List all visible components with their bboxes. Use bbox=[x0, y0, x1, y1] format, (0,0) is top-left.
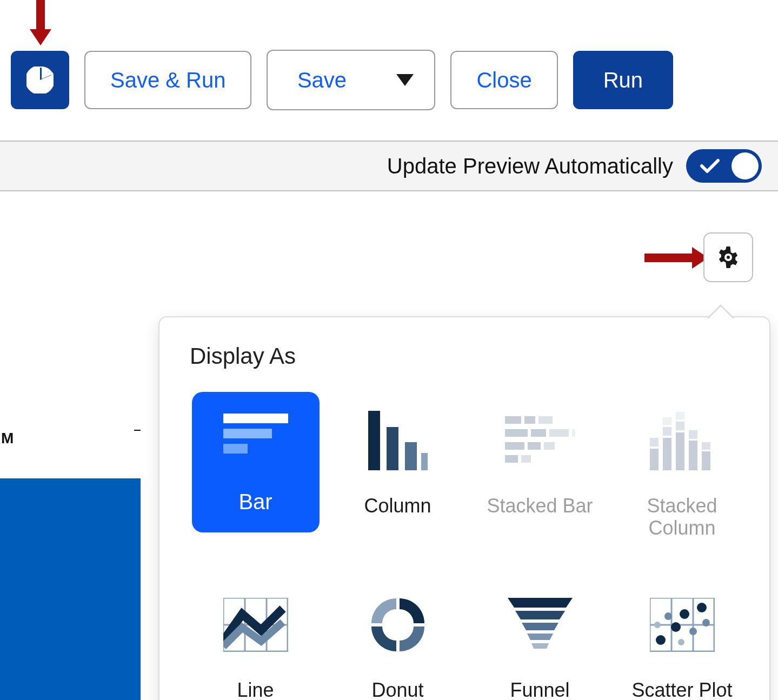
line-icon bbox=[199, 576, 312, 674]
svg-rect-29 bbox=[689, 430, 697, 439]
close-label: Close bbox=[476, 68, 531, 92]
svg-rect-15 bbox=[505, 442, 524, 450]
svg-rect-10 bbox=[538, 416, 553, 424]
chart-option-bar[interactable]: Bar bbox=[190, 388, 321, 539]
stacked-bar-icon bbox=[483, 392, 597, 489]
svg-rect-14 bbox=[572, 429, 575, 437]
display-as-popover: Display As Bar bbox=[158, 316, 770, 700]
pie-icon bbox=[26, 66, 54, 94]
save-menu-button[interactable] bbox=[376, 51, 434, 109]
chart-option-stacked-bar[interactable]: Stacked Bar bbox=[474, 388, 606, 539]
svg-point-68 bbox=[671, 622, 681, 632]
save-and-run-button[interactable]: Save & Run bbox=[84, 51, 251, 109]
chart-preview-button[interactable] bbox=[11, 51, 69, 109]
chart-option-donut[interactable]: Donut bbox=[332, 572, 463, 700]
svg-rect-1 bbox=[223, 414, 288, 423]
chart-option-label: Stacked Bar bbox=[487, 495, 593, 517]
chart-settings-button[interactable] bbox=[703, 232, 753, 282]
svg-point-72 bbox=[689, 628, 697, 635]
bar-icon: Bar bbox=[192, 392, 320, 532]
chart-option-funnel[interactable]: Funnel bbox=[474, 572, 606, 700]
donut-icon bbox=[341, 576, 455, 674]
svg-rect-21 bbox=[650, 438, 659, 446]
svg-rect-8 bbox=[505, 416, 521, 424]
check-icon bbox=[700, 158, 720, 174]
auto-update-label: Update Preview Automatically bbox=[387, 154, 673, 178]
svg-point-67 bbox=[656, 635, 666, 645]
svg-rect-16 bbox=[528, 442, 541, 450]
svg-point-73 bbox=[702, 619, 710, 626]
chart-option-label: Funnel bbox=[510, 679, 569, 700]
axis-tick: M bbox=[0, 432, 141, 441]
chart-preview-bar bbox=[0, 478, 141, 700]
caret-down-icon bbox=[396, 74, 414, 86]
svg-rect-11 bbox=[505, 429, 528, 437]
axis-tick-label: M bbox=[1, 430, 14, 447]
chart-option-label: Column bbox=[364, 495, 431, 517]
chart-option-label: Donut bbox=[371, 679, 423, 700]
save-button[interactable]: Save bbox=[268, 51, 376, 109]
chart-option-scatter-plot[interactable]: Scatter Plot bbox=[616, 572, 748, 700]
svg-rect-19 bbox=[521, 455, 531, 463]
chart-option-column[interactable]: Column bbox=[332, 388, 463, 539]
save-label: Save bbox=[297, 68, 347, 92]
svg-point-71 bbox=[664, 612, 672, 620]
chart-option-line[interactable]: Line bbox=[190, 572, 321, 700]
svg-rect-7 bbox=[421, 453, 428, 470]
svg-rect-23 bbox=[663, 427, 671, 436]
svg-rect-18 bbox=[505, 455, 518, 463]
svg-point-75 bbox=[678, 639, 684, 645]
svg-marker-50 bbox=[527, 634, 553, 640]
funnel-icon bbox=[483, 576, 597, 674]
svg-rect-25 bbox=[676, 432, 684, 470]
axis-tick-mark bbox=[134, 430, 141, 431]
gear-icon bbox=[715, 244, 741, 270]
svg-point-70 bbox=[697, 603, 707, 612]
svg-rect-17 bbox=[544, 442, 555, 450]
svg-rect-4 bbox=[368, 411, 380, 470]
svg-rect-12 bbox=[531, 429, 546, 437]
svg-rect-3 bbox=[223, 444, 248, 454]
chart-type-grid: Bar Column bbox=[190, 388, 748, 700]
toolbar: Save & Run Save Close Run bbox=[11, 50, 673, 110]
chart-option-label: Stacked Column bbox=[616, 495, 748, 539]
svg-rect-6 bbox=[405, 442, 417, 470]
svg-rect-5 bbox=[387, 427, 398, 470]
svg-rect-2 bbox=[223, 429, 272, 438]
svg-marker-48 bbox=[515, 611, 565, 619]
save-split-button: Save bbox=[267, 50, 435, 110]
annotation-arrow-gear-button bbox=[644, 254, 693, 262]
chart-option-label: Bar bbox=[238, 489, 272, 514]
close-button[interactable]: Close bbox=[450, 51, 557, 109]
auto-update-toggle[interactable] bbox=[686, 149, 762, 183]
scatter-icon bbox=[626, 576, 739, 674]
svg-rect-24 bbox=[663, 417, 671, 425]
auto-update-bar: Update Preview Automatically bbox=[0, 141, 778, 191]
chart-option-label: Scatter Plot bbox=[631, 679, 732, 700]
annotation-arrow-pie-button bbox=[36, 0, 45, 30]
toggle-knob bbox=[732, 152, 759, 179]
run-label: Run bbox=[603, 68, 643, 92]
svg-rect-28 bbox=[689, 441, 697, 470]
chart-option-stacked-column[interactable]: Stacked Column bbox=[616, 388, 748, 539]
column-icon bbox=[341, 392, 455, 489]
svg-point-74 bbox=[654, 622, 661, 628]
svg-marker-51 bbox=[531, 643, 549, 649]
svg-rect-20 bbox=[650, 449, 659, 470]
run-button[interactable]: Run bbox=[573, 51, 673, 109]
chart-option-label: Line bbox=[237, 679, 274, 700]
svg-point-69 bbox=[680, 609, 689, 619]
svg-rect-13 bbox=[549, 429, 569, 437]
popover-title: Display As bbox=[190, 343, 748, 369]
svg-marker-47 bbox=[508, 598, 573, 608]
svg-rect-26 bbox=[676, 422, 684, 430]
svg-rect-27 bbox=[676, 412, 684, 419]
save-and-run-label: Save & Run bbox=[110, 68, 225, 92]
stacked-column-icon bbox=[626, 392, 739, 489]
svg-rect-30 bbox=[702, 451, 710, 470]
svg-rect-9 bbox=[524, 416, 535, 424]
svg-rect-31 bbox=[702, 442, 710, 450]
svg-rect-22 bbox=[663, 438, 671, 470]
svg-marker-49 bbox=[522, 623, 558, 630]
